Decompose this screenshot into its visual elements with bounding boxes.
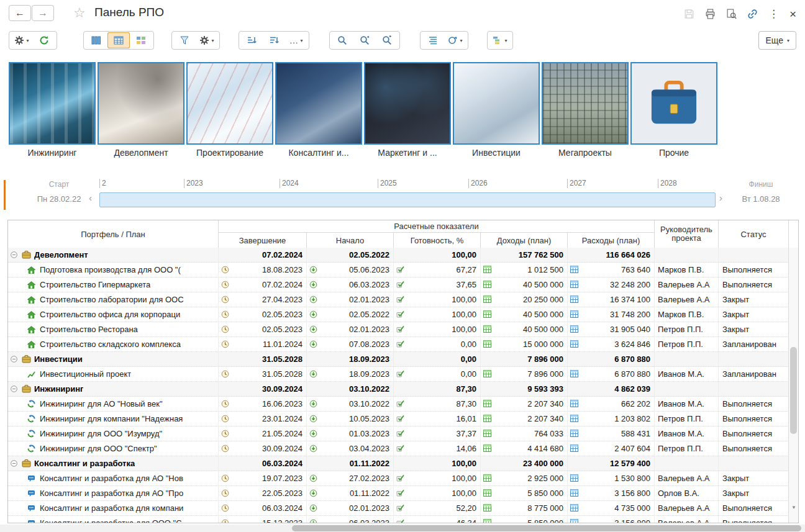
card-consulting[interactable]: Консалтинг и... — [275, 62, 362, 161]
horizontal-scrollbar-thumb[interactable] — [292, 525, 801, 531]
hierarchy-button[interactable]: ▾ — [489, 32, 511, 48]
more-button[interactable]: Еще ▾ — [758, 31, 796, 50]
header-finish[interactable]: Завершение — [218, 233, 306, 248]
timeline-prev-button[interactable]: ‹ — [89, 192, 92, 203]
collapse-icon[interactable] — [11, 356, 19, 363]
header-status[interactable]: Статус — [718, 220, 788, 248]
table-row[interactable]: Инжиниринг для ООО "Спектр"30.09.202403.… — [8, 441, 788, 456]
table-row[interactable]: Подготовка производства для ООО "(18.08.… — [8, 263, 788, 277]
table-row[interactable]: Строительство офиса для корпораци02.05.2… — [8, 307, 788, 322]
readiness-check-icon — [396, 281, 404, 288]
timeline-range-slider[interactable] — [99, 192, 716, 207]
card-engineering[interactable]: Инжиниринг — [9, 62, 96, 161]
collapse-groups-button[interactable] — [422, 32, 444, 48]
card-design[interactable]: Проектирование — [186, 62, 273, 161]
cell-expense: 4 735 000 — [567, 501, 654, 515]
table-group-row[interactable]: Инвестиции31.05.202818.09.20230,007 896 … — [8, 352, 788, 367]
cell-manager: Валерьев А.А — [654, 277, 718, 292]
vertical-scrollbar-thumb[interactable] — [790, 347, 797, 434]
table-row[interactable]: Консалтинг и разработка для АО "Нов19.07… — [8, 471, 788, 486]
timeline-year: 2 — [99, 179, 106, 188]
table-row[interactable]: Инжиниринг для ООО "Изумруд"21.05.202401… — [8, 426, 788, 441]
table-row[interactable]: Консалтинг и разработка для АО "Про22.05… — [8, 486, 788, 501]
cell-status: Выполняется — [718, 412, 788, 426]
cell-readiness: 100,00 — [393, 248, 480, 262]
scroll-down-icon[interactable]: ▼ — [791, 505, 796, 510]
conditional-format-button[interactable]: ▾ — [444, 32, 466, 48]
cell-finish: 15.12.2023 — [218, 516, 306, 523]
close-button[interactable]: × — [789, 9, 796, 20]
engineering-icon — [27, 444, 37, 453]
header-start[interactable]: Начало — [306, 233, 393, 248]
preview-button[interactable] — [726, 9, 737, 19]
table-row[interactable]: Строительство Гипермаркета07.02.202406.0… — [8, 277, 788, 292]
cell-status: Закрыт — [718, 322, 788, 336]
card-other[interactable]: Прочие — [630, 62, 717, 161]
table-group-row[interactable]: Инжиниринг30.09.202403.10.202287,309 593… — [8, 382, 788, 397]
table-group-row[interactable]: Консалтинг и разработка06.03.202401.11.2… — [8, 456, 788, 471]
table-row[interactable]: Консалтинг и разработка для ООО "С15.12.… — [8, 516, 788, 523]
link-button[interactable] — [747, 9, 758, 19]
card-label: Маркетинг и ... — [364, 145, 451, 161]
header-portfolio[interactable]: Портфель / План — [8, 220, 218, 248]
clock-icon — [221, 295, 229, 304]
horizontal-scrollbar[interactable] — [0, 525, 805, 532]
card-marketing[interactable]: Маркетинг и ... — [364, 62, 451, 161]
card-image-megaprojects — [542, 62, 629, 145]
table-row[interactable]: Строительство Ресторана02.05.202302.01.2… — [8, 322, 788, 337]
table-row[interactable]: Строительство лаборатории для ООС27.04.2… — [8, 292, 788, 307]
cell-portfolio: Инжиниринг для ООО "Изумруд" — [8, 426, 218, 441]
sort-descending-button[interactable] — [263, 32, 285, 48]
table-row[interactable]: Инвестиционный проект31.05.202818.09.202… — [8, 367, 788, 382]
collapse-icon[interactable] — [11, 460, 19, 467]
timeline-year: 2023 — [184, 179, 203, 188]
form-settings-button[interactable]: ▾ — [11, 32, 33, 48]
cell-expense: 3 156 800 — [567, 516, 654, 523]
collapse-icon[interactable] — [11, 251, 19, 258]
table-row[interactable]: Консалтинг и разработка для компани06.03… — [8, 501, 788, 516]
search-next-button[interactable] — [353, 32, 376, 48]
cell-start: 02.05.2022 — [306, 307, 393, 322]
expense-table-icon — [570, 504, 578, 512]
cell-income: 4 414 680 — [480, 441, 567, 456]
house-icon — [27, 266, 37, 274]
back-button[interactable]: ← — [9, 5, 31, 21]
income-table-icon — [483, 281, 491, 288]
collapse-icon[interactable] — [11, 385, 19, 392]
refresh-button[interactable] — [33, 32, 55, 48]
header-readiness[interactable]: Готовность, % — [393, 233, 480, 248]
card-development[interactable]: Девелопмент — [98, 62, 184, 161]
favorite-star-icon[interactable]: ☆ — [73, 5, 86, 21]
filter-button[interactable] — [173, 32, 196, 48]
header-income[interactable]: Доходы (план) — [480, 233, 567, 248]
cell-finish: 11.01.2024 — [218, 337, 306, 351]
header-expense[interactable]: Расходы (план) — [567, 233, 654, 248]
table-row[interactable]: Инжиниринг для компании "Надежная23.01.2… — [8, 412, 788, 426]
search-button[interactable] — [331, 32, 353, 48]
view-cards-button[interactable] — [130, 32, 152, 48]
print-button[interactable] — [705, 9, 716, 19]
view-table-button[interactable] — [107, 32, 130, 48]
table-group-row[interactable]: Девелопмент07.02.202402.05.2022100,00157… — [8, 248, 788, 263]
table-row[interactable]: Инжиниринг для АО "Новый век"16.06.20230… — [8, 397, 788, 412]
sort-more-button[interactable]: ... ▾ — [285, 32, 307, 48]
save-button[interactable] — [684, 9, 694, 19]
cell-start: 03.10.2022 — [306, 382, 393, 396]
card-megaprojects[interactable]: Мегапроекты — [542, 62, 629, 161]
cell-readiness: 0,00 — [393, 367, 480, 381]
toolbar: ▾ ▾ ... ▾ — [0, 30, 805, 51]
sort-ascending-button[interactable] — [240, 32, 263, 48]
search-cancel-button[interactable] — [376, 32, 398, 48]
view-columns-button[interactable] — [85, 32, 107, 48]
card-investments[interactable]: Инвестиции — [453, 62, 540, 161]
forward-button[interactable]: → — [32, 5, 54, 21]
filter-settings-button[interactable]: ▾ — [196, 32, 218, 48]
kebab-menu-button[interactable]: ⋮ — [768, 7, 779, 20]
table-row[interactable]: Строительство складского комплекса11.01.… — [8, 337, 788, 352]
cell-finish: 27.04.2023 — [218, 292, 306, 307]
header-manager[interactable]: Руководитель проекта — [654, 220, 718, 248]
start-label: Старт — [19, 180, 99, 189]
income-table-icon — [483, 504, 491, 512]
start-date-icon — [309, 310, 317, 318]
vertical-scrollbar[interactable]: ▼ — [788, 248, 798, 523]
